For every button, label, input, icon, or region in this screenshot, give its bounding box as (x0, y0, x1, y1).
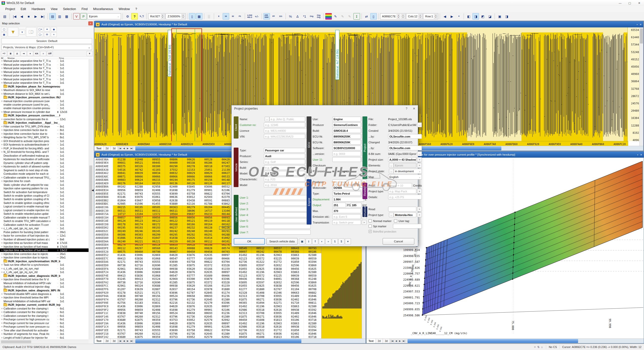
hex-cell[interactable]: 03895 (234, 281, 252, 284)
hex-cell[interactable]: 03396 (217, 301, 234, 305)
hex-cell[interactable]: 00450 (234, 335, 252, 339)
panel-header[interactable]: Map selection x (0, 21, 94, 26)
tree-map-row[interactable]: ∗Threshold disable MPI valve diagnosis a… (0, 292, 89, 296)
hscrollbar[interactable] (407, 339, 644, 343)
hex-cell[interactable]: 01689 (200, 257, 217, 260)
hex-cell[interactable]: 03955 (269, 311, 287, 315)
comment-icon[interactable]: ◖ (319, 238, 325, 244)
hex-cell[interactable]: 04001 (269, 277, 287, 281)
hex-cell[interactable]: 01346 (269, 291, 287, 294)
hex-cell[interactable]: 03438 (182, 199, 200, 202)
menu-find[interactable]: Find (79, 7, 90, 12)
view-2d-icon[interactable]: ▯ (189, 13, 195, 20)
hex-cell[interactable]: 00658 (182, 311, 200, 315)
hex-cell[interactable]: 00286 (200, 161, 217, 165)
menu-[interactable]: ? (133, 7, 140, 12)
save-map-icon[interactable]: ▣ (1, 32, 7, 37)
hscrollbar-thumb[interactable] (408, 339, 578, 343)
hex-cell[interactable]: 04020 (165, 304, 182, 308)
hex-cell[interactable]: 00859 (130, 325, 148, 329)
hex-cell[interactable]: 54516 (113, 168, 130, 171)
hex-cell[interactable]: 02408 (148, 308, 165, 312)
hex-cell[interactable]: 00066 (130, 175, 148, 178)
hex-cell[interactable]: 03708 (252, 294, 269, 298)
hex-cell[interactable]: 11572 (148, 212, 165, 216)
field-input-2[interactable]: 185 (351, 203, 361, 207)
hex-cell[interactable]: 02312 (148, 332, 165, 335)
hex-cell[interactable]: 02869 (148, 322, 165, 325)
hex-cell[interactable]: 00326 (130, 164, 148, 168)
hex-cell[interactable]: 02992 (217, 318, 234, 322)
field-select[interactable]: English⌄ (388, 174, 422, 180)
hex-cell[interactable]: 02690 (148, 281, 165, 284)
pen-icon[interactable]: ✎ (332, 13, 339, 20)
hex-cell[interactable]: 02277 (234, 287, 252, 291)
hex-cell[interactable]: 03396 (217, 277, 234, 281)
hex-cell[interactable]: 01196 (252, 253, 269, 257)
hex-cell[interactable]: 01772 (269, 328, 287, 332)
nav-last-icon[interactable]: ▶| (39, 13, 46, 20)
hex-cell[interactable]: 02408 (148, 325, 165, 329)
hex-cell[interactable]: 01196 (252, 304, 269, 308)
cancel-button[interactable]: Cancel (383, 238, 414, 245)
hex-cell[interactable]: 02171 (113, 328, 130, 332)
hex-cell[interactable]: 00859 (130, 188, 148, 192)
hex-cell[interactable]: 00938 (287, 308, 304, 312)
hex-cell[interactable]: 03518 (252, 308, 269, 312)
tree-map-row[interactable]: ∗Injection time as function of fuel mass… (0, 241, 89, 245)
hex-cell[interactable]: 00643 (287, 246, 304, 250)
hex-cell[interactable]: 00882 (304, 291, 321, 294)
hex-cell[interactable]: 02963 (269, 322, 287, 325)
decimal-view-icon[interactable]: 255 SEE (263, 13, 270, 20)
hex-cell[interactable]: 00938 (287, 325, 304, 329)
original-icon[interactable]: Org (308, 13, 315, 20)
hex-cell[interactable]: 02400 (165, 185, 182, 189)
win-minimize-icon[interactable]: ▪ (637, 153, 638, 156)
expand-arrow-button[interactable]: > (417, 212, 422, 217)
field-input[interactable]: Passenger car (264, 148, 305, 153)
hex-cell[interactable]: 03394 (304, 260, 321, 264)
field-input[interactable]: e.g. John Q. Public (269, 117, 305, 121)
close-icon[interactable]: ✕ (634, 0, 644, 6)
hex-cell[interactable]: 01736 (182, 315, 200, 318)
hex-cell[interactable]: 02992 (217, 335, 234, 339)
dialog-close-icon[interactable]: ✕ (410, 107, 418, 110)
hex-cell[interactable]: 00743 (130, 328, 148, 332)
remove-page-icon[interactable]: ▢- (37, 32, 43, 37)
hex-cell[interactable]: 00300 (148, 164, 165, 168)
hex-cell[interactable]: 03955 (269, 294, 287, 298)
sync-icon[interactable]: ⇄ (363, 13, 370, 20)
hex-cell[interactable]: 03767 (113, 298, 130, 301)
hex-cell[interactable]: 01813 (269, 318, 287, 322)
graph-vscrollbar[interactable] (639, 27, 643, 147)
hex-cell[interactable]: 02690 (148, 264, 165, 267)
hex-cell[interactable]: 01455 (148, 202, 165, 206)
hex-cell[interactable]: 00528 (200, 158, 217, 161)
hex-cell[interactable]: 38606 (182, 209, 200, 212)
hex-cell[interactable]: 00143 (165, 246, 182, 250)
hex-cell[interactable]: 00066 (148, 175, 165, 178)
field-input[interactable]: e.g. 6 (264, 165, 305, 170)
field-input[interactable]: Engine (332, 117, 361, 121)
hex-cell[interactable]: 00195 (130, 205, 148, 209)
tree-map-row[interactable]: enable counter-pressure (used for prs_·1… (0, 103, 89, 106)
hex-cell[interactable]: 02503 (200, 195, 217, 199)
ellipsis-button[interactable]: ... (389, 163, 394, 168)
hex-cell[interactable]: 00260 (130, 315, 148, 318)
hex-cell[interactable]: 01689 (200, 274, 217, 277)
hex-cell[interactable]: 02635 (200, 253, 217, 257)
hex-cell[interactable]: 03875 (182, 264, 200, 267)
field-input[interactable]: OLSecufile.com (388, 134, 422, 139)
view-grid-icon[interactable]: ▦ (63, 13, 70, 20)
hex-cell[interactable]: 02716 (130, 281, 148, 284)
hex-cell[interactable]: 03753 (165, 335, 182, 339)
tree-folder-row[interactable]: INJR_Injection_valve_diagnosis: INJR_Inj… (0, 274, 89, 277)
hex-cell[interactable]: 00740 (130, 294, 148, 298)
hex-cell[interactable]: 02171 (113, 260, 130, 264)
hex-cell[interactable]: 00039 (287, 257, 304, 260)
hex-cell[interactable]: 00366 (287, 250, 304, 253)
hex-cell[interactable]: 03225 (269, 257, 287, 260)
hex-cell[interactable]: 03758 (182, 328, 200, 332)
hex-cell[interactable]: 01736 (182, 332, 200, 335)
hex-cell[interactable]: 01380 (217, 298, 234, 301)
